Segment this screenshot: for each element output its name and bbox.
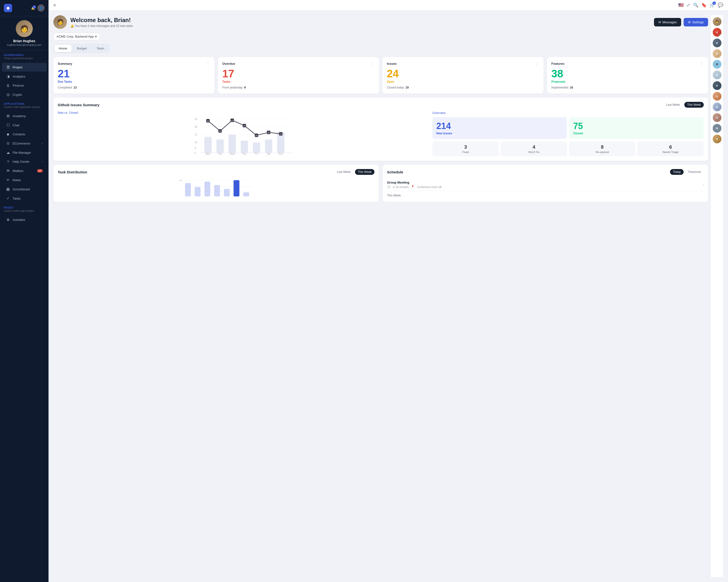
rs-avatar-m2[interactable]: M [713, 124, 722, 133]
features-card-menu[interactable]: ⋮ [700, 61, 704, 66]
sidebar-item-crypto[interactable]: ◎ Crypto [2, 90, 47, 99]
sidebar-user-profile: 🧑 Brian Hughes hughes.brian@company.com [0, 16, 49, 51]
sidebar-item-project[interactable]: ☰ Project [2, 63, 47, 72]
crypto-icon: ◎ [6, 92, 10, 97]
sidebar-item-helpcenter[interactable]: ? Help Center › [2, 157, 47, 166]
sidebar-item-ecommerce[interactable]: ⊙ ECommerce › [2, 139, 47, 148]
tab-budget[interactable]: Budget [73, 45, 91, 52]
project-selector-chevron: ▾ [95, 35, 97, 38]
sidebar-item-analytics[interactable]: ◑ Analytics [2, 72, 47, 81]
rs-avatar-9[interactable]: U [713, 113, 722, 122]
summary-card-menu[interactable]: ⋮ [206, 61, 210, 66]
project-selector[interactable]: ACME Corp. Backend App ▾ [53, 33, 100, 40]
rs-avatar-8[interactable]: U [713, 103, 722, 111]
overdue-card-value: 17 [222, 68, 375, 79]
rs-avatar-7[interactable]: U [713, 92, 722, 101]
rs-avatar-10[interactable]: U [713, 135, 722, 143]
sidebar-item-chat[interactable]: ☐ Chat [2, 121, 47, 130]
logo-icon[interactable]: ◆ [4, 4, 12, 12]
flag-icon[interactable]: 🇺🇸 [678, 2, 683, 8]
chart-container: 45 36 27 18 9 0 [58, 116, 428, 155]
finance-icon: $ [6, 83, 10, 87]
sidebar-item-filemanager[interactable]: ☁ File Manager [2, 148, 47, 157]
sidebar-item-activities[interactable]: ⊕ Activities [2, 215, 47, 224]
overdue-card-menu[interactable]: ⋮ [370, 61, 375, 66]
settings-button[interactable]: ⚙ Settings [683, 18, 708, 26]
svg-rect-15 [241, 141, 248, 153]
sidebar-item-mailbox[interactable]: ✉ Mailbox 27 [2, 166, 47, 175]
dashboards-section-sub: Unique dashboard designs [4, 57, 45, 60]
sidebar-item-tasks[interactable]: ✓ Tasks [2, 194, 47, 203]
sidebar-item-analytics-label: Analytics [12, 75, 25, 78]
filemanager-icon: ☁ [6, 150, 10, 155]
fixed-label: Fixed [434, 150, 497, 154]
notification-bell[interactable]: 🔔 3 [31, 6, 35, 10]
svg-text:28: 28 [219, 130, 221, 132]
ecommerce-chevron: › [42, 142, 43, 145]
summary-card: Summary ⋮ 21 Due Tasks Completed: 13 [53, 57, 214, 93]
github-this-week-btn[interactable]: This Week [684, 102, 704, 108]
rs-avatar-1[interactable]: 🧑 [713, 17, 722, 26]
schedule-tomorrow-btn[interactable]: Tomorrow [685, 169, 704, 175]
svg-text:Wed: Wed [230, 153, 235, 155]
rs-avatar-5[interactable]: U [713, 71, 722, 79]
schedule-item-chevron[interactable]: › [703, 183, 704, 187]
github-last-week-btn[interactable]: Last Week [663, 102, 683, 108]
task-dist-svg: 40 [58, 178, 374, 198]
tab-team[interactable]: Team [92, 45, 109, 52]
schedule-today-btn[interactable]: Today [670, 169, 683, 175]
messages-button[interactable]: ✉ Messages [654, 18, 681, 26]
tab-home[interactable]: Home [54, 45, 72, 52]
sidebar-item-ecommerce-label: ECommerce [12, 142, 30, 145]
svg-text:Thu: Thu [242, 153, 246, 155]
issues-card-menu[interactable]: ⋮ [535, 61, 539, 66]
rs-avatar-6[interactable]: U [713, 81, 722, 90]
dashboards-section-title: DASHBOARDS [4, 54, 45, 56]
mailbox-badge: 27 [37, 169, 43, 172]
tab-bar: Home Budget Team [53, 44, 110, 53]
overdue-card-title: Overdue [222, 62, 235, 65]
rs-avatar-2[interactable]: U [713, 28, 722, 37]
features-card-value: 38 [551, 68, 704, 79]
sidebar-item-notes[interactable]: ✏ Notes [2, 175, 47, 184]
messages-topbar-icon[interactable]: 💬 [718, 2, 723, 8]
search-icon[interactable]: 🔍 [693, 2, 698, 8]
features-card-title: Features [551, 62, 565, 65]
chat-icon: ☐ [6, 123, 10, 127]
fullscreen-icon[interactable]: ⤢ [686, 2, 690, 8]
bookmark-icon[interactable]: 🔖 [701, 2, 707, 8]
overdue-card-header: Overdue ⋮ [222, 61, 375, 66]
sidebar: ◆ 🔔 3 👤 🧑 Brian Hughes hughes.brian@comp… [0, 0, 49, 582]
menu-icon[interactable]: ≡ [53, 3, 56, 8]
summary-card-label: Due Tasks [58, 80, 210, 83]
svg-text:36: 36 [194, 126, 198, 128]
cart-icon[interactable]: 🛒5 [709, 2, 715, 8]
sidebar-item-finance[interactable]: $ Finance [2, 81, 47, 90]
wontfix-box: 4 Won't Fix [501, 141, 567, 157]
sidebar-item-scrumboard[interactable]: ▦ Scrumboard [2, 185, 47, 194]
svg-text:43: 43 [231, 119, 233, 122]
task-dist-title: Task Distribution [58, 170, 87, 174]
svg-rect-14 [229, 135, 236, 153]
features-card-header: Features ⋮ [551, 61, 704, 66]
sidebar-user-avatar-small[interactable]: 👤 [37, 4, 45, 11]
sidebar-item-chat-label: Chat [12, 123, 19, 127]
sidebar-item-mailbox-label: Mailbox [12, 169, 24, 173]
cart-badge: 5 [712, 1, 716, 5]
sidebar-item-academy[interactable]: ⊞ Academy [2, 112, 47, 120]
svg-text:Sat: Sat [267, 153, 270, 155]
task-dist-this-week-btn[interactable]: This Week [355, 169, 374, 175]
rs-avatar-m1[interactable]: M [713, 60, 722, 68]
summary-card-header: Summary ⋮ [58, 61, 210, 66]
sidebar-item-tasks-label: Tasks [12, 197, 21, 200]
svg-rect-13 [216, 139, 224, 153]
rs-avatar-3[interactable]: U [713, 38, 722, 47]
issues-footer-val: 19 [406, 86, 409, 89]
github-body: New vs. Closed 45 36 27 18 9 0 [58, 111, 704, 157]
needstriage-box: 6 Needs Triage [637, 141, 704, 157]
svg-text:34: 34 [243, 124, 245, 127]
sidebar-item-contacts[interactable]: ☻ Contacts [2, 130, 47, 138]
rs-avatar-4[interactable]: U [713, 49, 722, 58]
fixed-value: 3 [434, 144, 497, 150]
task-dist-last-week-btn[interactable]: Last Week [334, 169, 353, 175]
